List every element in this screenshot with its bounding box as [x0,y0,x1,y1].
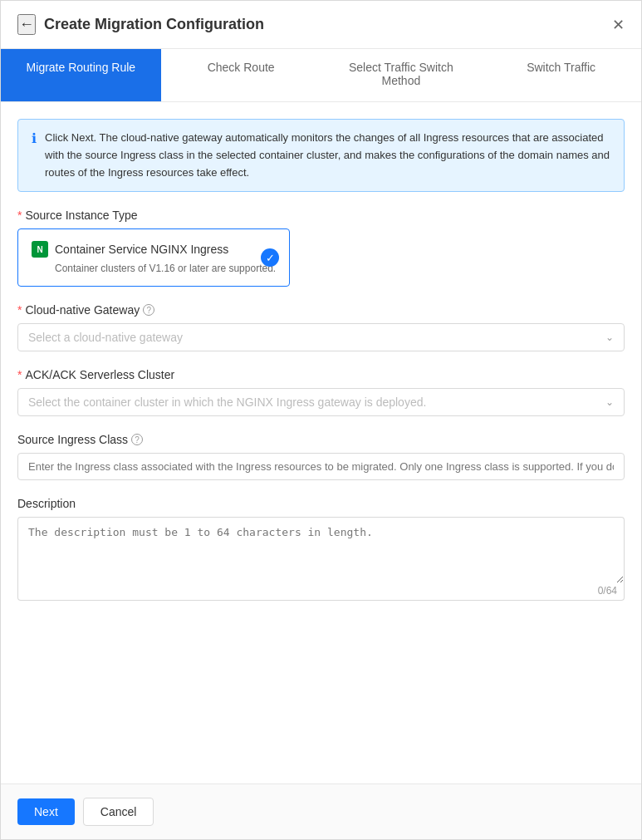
next-button[interactable]: Next [17,798,75,825]
modal-body: ℹ Click Next. The cloud-native gateway a… [1,102,641,784]
step-check-route[interactable]: Check Route [161,49,321,101]
modal-title: Create Migration Configuration [44,16,264,33]
chevron-down-icon: ⌄ [605,332,614,343]
ack-cluster-section: * ACK/ACK Serverless Cluster Select the … [17,368,625,416]
cloud-native-gateway-select[interactable]: Select a cloud-native gateway ⌄ [17,323,625,351]
source-ingress-class-input[interactable] [17,453,625,480]
cancel-button[interactable]: Cancel [83,798,154,826]
title-group: ← Create Migration Configuration [17,14,264,35]
source-ingress-class-label: Source Ingress Class ? [17,433,625,446]
close-button[interactable]: ✕ [612,16,625,34]
info-icon: ℹ [32,130,37,146]
step-migrate-routing-rule[interactable]: Migrate Routing Rule [1,49,161,101]
source-instance-type-section: * Source Instance Type N Container Servi… [17,209,625,287]
instance-card-subtitle: Container clusters of V1.16 or later are… [32,263,276,274]
info-banner: ℹ Click Next. The cloud-native gateway a… [17,119,625,192]
instance-card-nginx[interactable]: N Container Service NGINX Ingress Contai… [17,228,290,287]
ack-cluster-placeholder: Select the container cluster in which th… [28,395,426,409]
source-ingress-class-section: Source Ingress Class ? [17,433,625,480]
steps-bar: Migrate Routing Rule Check Route Select … [1,49,641,102]
ack-cluster-label: * ACK/ACK Serverless Cluster [17,368,625,381]
ack-chevron-down-icon: ⌄ [605,396,614,408]
description-char-count: 0/64 [17,582,625,601]
nginx-icon: N [32,241,48,258]
cloud-native-gateway-help-icon[interactable]: ? [143,304,154,316]
description-textarea[interactable] [17,517,625,583]
ack-cluster-select[interactable]: Select the container cluster in which th… [17,388,625,416]
step-select-traffic[interactable]: Select Traffic Switch Method [321,49,482,101]
modal-container: ← Create Migration Configuration ✕ Migra… [0,0,642,840]
description-section: Description 0/64 [17,497,625,601]
selected-check-icon: ✓ [261,248,279,267]
source-ingress-class-help-icon[interactable]: ? [131,434,143,445]
instance-card-title: N Container Service NGINX Ingress [32,241,276,258]
description-wrapper: 0/64 [17,517,625,601]
cloud-native-gateway-label: * Cloud-native Gateway ? [17,303,625,317]
required-star-source: * [17,209,22,222]
modal-header: ← Create Migration Configuration ✕ [1,1,641,49]
cloud-native-gateway-placeholder: Select a cloud-native gateway [28,331,183,344]
required-star-gateway: * [17,303,22,317]
cloud-native-gateway-section: * Cloud-native Gateway ? Select a cloud-… [17,303,625,351]
description-label: Description [17,497,625,510]
info-text: Click Next. The cloud-native gateway aut… [45,130,610,181]
source-instance-type-label: * Source Instance Type [17,209,625,222]
step-switch-traffic[interactable]: Switch Traffic [481,49,641,101]
instance-card-name: Container Service NGINX Ingress [55,243,228,256]
modal-footer: Next Cancel [1,784,641,839]
required-star-ack: * [17,368,22,381]
back-button[interactable]: ← [17,14,36,35]
